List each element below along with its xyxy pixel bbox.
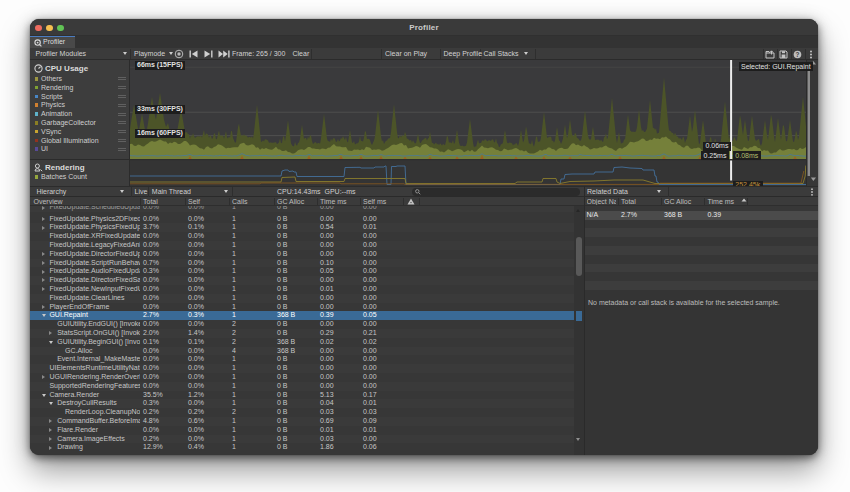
svg-text:?: ? bbox=[796, 50, 800, 57]
